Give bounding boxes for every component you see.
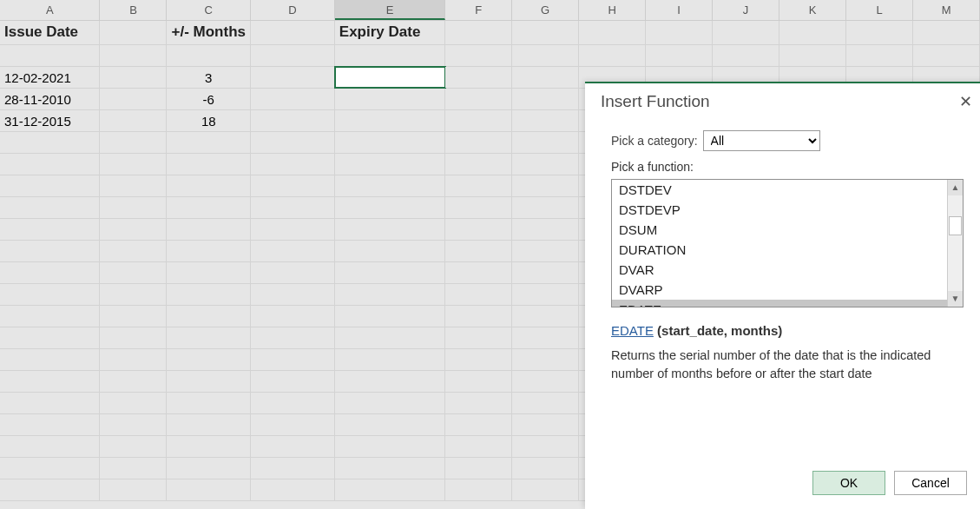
cell-A14[interactable] (0, 284, 100, 305)
cell-I3[interactable] (646, 45, 713, 66)
cell-B4[interactable] (100, 67, 167, 88)
cell-E7[interactable] (335, 132, 445, 153)
cell-A16[interactable] (0, 327, 100, 348)
cell-D9[interactable] (251, 175, 335, 196)
cell-E4-selected[interactable] (335, 67, 445, 88)
cell-G19[interactable] (512, 393, 579, 413)
cell-G13[interactable] (512, 262, 579, 283)
cell-G11[interactable] (512, 219, 579, 240)
cell-E14[interactable] (335, 284, 445, 305)
cell-A2[interactable]: Issue Date (0, 21, 100, 44)
cell-B13[interactable] (100, 262, 167, 283)
cell-G15[interactable] (512, 306, 579, 327)
cell-H3[interactable] (579, 45, 646, 66)
cell-G2[interactable] (512, 21, 579, 44)
col-header-A[interactable]: A (0, 0, 100, 20)
cell-D15[interactable] (251, 306, 335, 327)
cell-G21[interactable] (512, 436, 579, 457)
cell-B10[interactable] (100, 197, 167, 218)
cell-B19[interactable] (100, 393, 167, 413)
cell-A21[interactable] (0, 436, 100, 457)
col-header-K[interactable]: K (779, 0, 846, 20)
cell-E9[interactable] (335, 175, 445, 196)
cell-E2[interactable]: Expiry Date (335, 21, 445, 44)
cell-D22[interactable] (251, 458, 335, 479)
function-item[interactable]: DSTDEV (612, 180, 963, 200)
cell-D20[interactable] (251, 414, 335, 435)
cell-G3[interactable] (512, 45, 579, 66)
col-header-H[interactable]: H (579, 0, 646, 20)
cell-F8[interactable] (445, 154, 512, 175)
cell-C9[interactable] (167, 175, 251, 196)
cell-F6[interactable] (445, 110, 512, 131)
cell-B17[interactable] (100, 349, 167, 370)
cell-F2[interactable] (445, 21, 512, 44)
cell-A3[interactable] (0, 45, 100, 66)
col-header-M[interactable]: M (913, 0, 980, 20)
cell-D18[interactable] (251, 371, 335, 392)
cell-J2[interactable] (713, 21, 779, 44)
cell-A9[interactable] (0, 175, 100, 196)
cell-C3[interactable] (167, 45, 251, 66)
cell-A8[interactable] (0, 154, 100, 175)
cell-A13[interactable] (0, 262, 100, 283)
signature-function-name[interactable]: EDATE (611, 323, 654, 338)
cell-B18[interactable] (100, 371, 167, 392)
cell-A12[interactable] (0, 241, 100, 261)
cell-E20[interactable] (335, 414, 445, 435)
cell-F15[interactable] (445, 306, 512, 327)
cell-E17[interactable] (335, 349, 445, 370)
cell-C23[interactable] (167, 479, 251, 500)
cell-E15[interactable] (335, 306, 445, 327)
cell-B21[interactable] (100, 436, 167, 457)
cell-G23[interactable] (512, 479, 579, 500)
cell-C13[interactable] (167, 262, 251, 283)
col-header-L[interactable]: L (846, 0, 913, 20)
cell-H2[interactable] (579, 21, 646, 44)
cell-E19[interactable] (335, 393, 445, 413)
cell-F13[interactable] (445, 262, 512, 283)
col-header-E[interactable]: E (335, 0, 445, 20)
cell-E10[interactable] (335, 197, 445, 218)
cell-D19[interactable] (251, 393, 335, 413)
cell-E13[interactable] (335, 262, 445, 283)
cell-E12[interactable] (335, 241, 445, 261)
function-item[interactable]: DSUM (612, 220, 963, 240)
cell-F16[interactable] (445, 327, 512, 348)
cell-B16[interactable] (100, 327, 167, 348)
scroll-thumb[interactable] (949, 216, 962, 235)
cell-D14[interactable] (251, 284, 335, 305)
cell-C2[interactable]: +/- Months (167, 21, 251, 44)
cell-C18[interactable] (167, 371, 251, 392)
cell-C12[interactable] (167, 241, 251, 261)
cell-A4[interactable]: 12-02-2021 (0, 67, 100, 88)
col-header-G[interactable]: G (512, 0, 579, 20)
cell-F7[interactable] (445, 132, 512, 153)
cell-B12[interactable] (100, 241, 167, 261)
cell-F22[interactable] (445, 458, 512, 479)
cell-M2[interactable] (913, 21, 980, 44)
function-item[interactable]: DURATION (612, 240, 963, 260)
col-header-I[interactable]: I (646, 0, 713, 20)
cell-F23[interactable] (445, 479, 512, 500)
cell-A19[interactable] (0, 393, 100, 413)
cell-D7[interactable] (251, 132, 335, 153)
cell-D13[interactable] (251, 262, 335, 283)
function-item[interactable]: DVARP (612, 280, 963, 300)
cell-C21[interactable] (167, 436, 251, 457)
cell-C20[interactable] (167, 414, 251, 435)
cell-A15[interactable] (0, 306, 100, 327)
cell-B7[interactable] (100, 132, 167, 153)
cell-E22[interactable] (335, 458, 445, 479)
cell-G16[interactable] (512, 327, 579, 348)
cell-G17[interactable] (512, 349, 579, 370)
cell-C22[interactable] (167, 458, 251, 479)
cell-G7[interactable] (512, 132, 579, 153)
cell-B23[interactable] (100, 479, 167, 500)
cell-E3[interactable] (335, 45, 445, 66)
cell-E6[interactable] (335, 110, 445, 131)
scroll-down-icon[interactable]: ▼ (948, 291, 963, 307)
cell-C5[interactable]: -6 (167, 89, 251, 109)
cell-E5[interactable] (335, 89, 445, 109)
function-listbox[interactable]: DSTDEV DSTDEVP DSUM DURATION DVAR DVARP … (611, 179, 964, 307)
